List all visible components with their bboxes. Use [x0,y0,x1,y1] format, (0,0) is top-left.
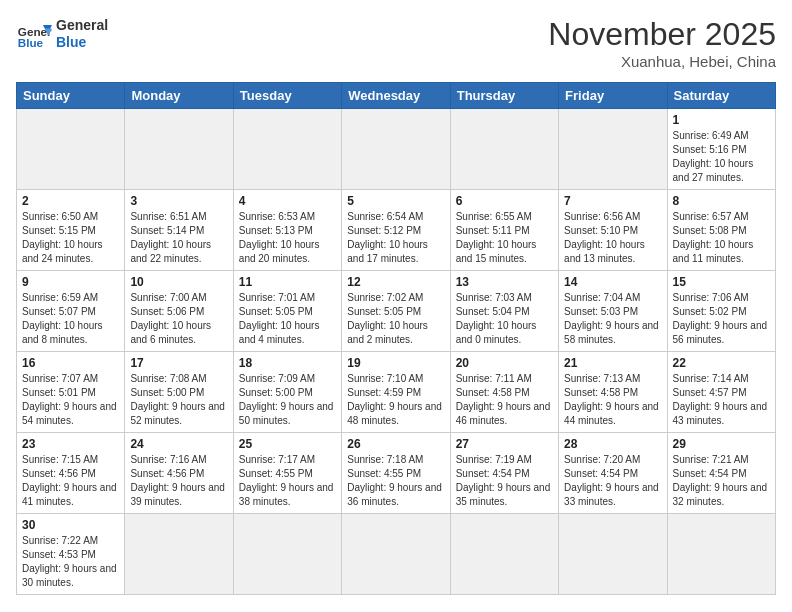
day-number: 1 [673,113,770,127]
day-info: Sunrise: 7:09 AMSunset: 5:00 PMDaylight:… [239,372,336,428]
col-friday: Friday [559,83,667,109]
calendar-cell: 23Sunrise: 7:15 AMSunset: 4:56 PMDayligh… [17,433,125,514]
logo-general-text: General [56,17,108,34]
title-block: November 2025 Xuanhua, Hebei, China [548,16,776,70]
day-number: 26 [347,437,444,451]
day-number: 11 [239,275,336,289]
day-info: Sunrise: 6:50 AMSunset: 5:15 PMDaylight:… [22,210,119,266]
day-info: Sunrise: 7:16 AMSunset: 4:56 PMDaylight:… [130,453,227,509]
calendar-cell: 15Sunrise: 7:06 AMSunset: 5:02 PMDayligh… [667,271,775,352]
day-info: Sunrise: 6:59 AMSunset: 5:07 PMDaylight:… [22,291,119,347]
calendar-row: 23Sunrise: 7:15 AMSunset: 4:56 PMDayligh… [17,433,776,514]
calendar-cell: 9Sunrise: 6:59 AMSunset: 5:07 PMDaylight… [17,271,125,352]
day-info: Sunrise: 6:51 AMSunset: 5:14 PMDaylight:… [130,210,227,266]
day-number: 12 [347,275,444,289]
calendar-cell [450,109,558,190]
calendar-cell: 16Sunrise: 7:07 AMSunset: 5:01 PMDayligh… [17,352,125,433]
day-number: 25 [239,437,336,451]
day-info: Sunrise: 6:53 AMSunset: 5:13 PMDaylight:… [239,210,336,266]
day-info: Sunrise: 6:57 AMSunset: 5:08 PMDaylight:… [673,210,770,266]
col-monday: Monday [125,83,233,109]
day-number: 5 [347,194,444,208]
calendar-cell: 29Sunrise: 7:21 AMSunset: 4:54 PMDayligh… [667,433,775,514]
day-number: 8 [673,194,770,208]
logo: General Blue General Blue [16,16,108,52]
calendar-cell: 5Sunrise: 6:54 AMSunset: 5:12 PMDaylight… [342,190,450,271]
calendar-cell: 21Sunrise: 7:13 AMSunset: 4:58 PMDayligh… [559,352,667,433]
logo-blue-text: Blue [56,34,108,51]
calendar-cell: 25Sunrise: 7:17 AMSunset: 4:55 PMDayligh… [233,433,341,514]
calendar-cell: 14Sunrise: 7:04 AMSunset: 5:03 PMDayligh… [559,271,667,352]
page-header: General Blue General Blue November 2025 … [16,16,776,70]
calendar-cell [125,514,233,595]
day-number: 10 [130,275,227,289]
calendar-cell: 2Sunrise: 6:50 AMSunset: 5:15 PMDaylight… [17,190,125,271]
day-number: 22 [673,356,770,370]
day-info: Sunrise: 7:19 AMSunset: 4:54 PMDaylight:… [456,453,553,509]
calendar-cell: 10Sunrise: 7:00 AMSunset: 5:06 PMDayligh… [125,271,233,352]
calendar-cell [559,109,667,190]
calendar-cell: 24Sunrise: 7:16 AMSunset: 4:56 PMDayligh… [125,433,233,514]
day-info: Sunrise: 7:17 AMSunset: 4:55 PMDaylight:… [239,453,336,509]
day-info: Sunrise: 6:49 AMSunset: 5:16 PMDaylight:… [673,129,770,185]
day-info: Sunrise: 7:15 AMSunset: 4:56 PMDaylight:… [22,453,119,509]
calendar-row: 16Sunrise: 7:07 AMSunset: 5:01 PMDayligh… [17,352,776,433]
calendar-cell: 27Sunrise: 7:19 AMSunset: 4:54 PMDayligh… [450,433,558,514]
day-info: Sunrise: 7:07 AMSunset: 5:01 PMDaylight:… [22,372,119,428]
col-wednesday: Wednesday [342,83,450,109]
day-info: Sunrise: 6:55 AMSunset: 5:11 PMDaylight:… [456,210,553,266]
calendar-cell: 11Sunrise: 7:01 AMSunset: 5:05 PMDayligh… [233,271,341,352]
day-number: 2 [22,194,119,208]
day-number: 24 [130,437,227,451]
day-info: Sunrise: 7:10 AMSunset: 4:59 PMDaylight:… [347,372,444,428]
calendar-cell: 3Sunrise: 6:51 AMSunset: 5:14 PMDaylight… [125,190,233,271]
day-number: 16 [22,356,119,370]
calendar-cell: 22Sunrise: 7:14 AMSunset: 4:57 PMDayligh… [667,352,775,433]
day-number: 27 [456,437,553,451]
calendar-cell: 18Sunrise: 7:09 AMSunset: 5:00 PMDayligh… [233,352,341,433]
col-sunday: Sunday [17,83,125,109]
day-info: Sunrise: 7:01 AMSunset: 5:05 PMDaylight:… [239,291,336,347]
day-info: Sunrise: 7:08 AMSunset: 5:00 PMDaylight:… [130,372,227,428]
day-number: 17 [130,356,227,370]
calendar-row: 1Sunrise: 6:49 AMSunset: 5:16 PMDaylight… [17,109,776,190]
day-number: 18 [239,356,336,370]
calendar-cell [342,514,450,595]
day-info: Sunrise: 7:18 AMSunset: 4:55 PMDaylight:… [347,453,444,509]
calendar-cell: 1Sunrise: 6:49 AMSunset: 5:16 PMDaylight… [667,109,775,190]
calendar-cell [667,514,775,595]
day-info: Sunrise: 7:03 AMSunset: 5:04 PMDaylight:… [456,291,553,347]
calendar-cell [559,514,667,595]
col-thursday: Thursday [450,83,558,109]
day-info: Sunrise: 7:06 AMSunset: 5:02 PMDaylight:… [673,291,770,347]
day-info: Sunrise: 7:14 AMSunset: 4:57 PMDaylight:… [673,372,770,428]
calendar-cell: 26Sunrise: 7:18 AMSunset: 4:55 PMDayligh… [342,433,450,514]
day-number: 9 [22,275,119,289]
day-number: 6 [456,194,553,208]
calendar-cell [125,109,233,190]
day-number: 15 [673,275,770,289]
day-number: 30 [22,518,119,532]
calendar-cell: 7Sunrise: 6:56 AMSunset: 5:10 PMDaylight… [559,190,667,271]
calendar-cell [450,514,558,595]
day-number: 29 [673,437,770,451]
day-info: Sunrise: 7:20 AMSunset: 4:54 PMDaylight:… [564,453,661,509]
col-saturday: Saturday [667,83,775,109]
calendar-cell: 4Sunrise: 6:53 AMSunset: 5:13 PMDaylight… [233,190,341,271]
calendar-cell [17,109,125,190]
day-number: 14 [564,275,661,289]
day-info: Sunrise: 7:04 AMSunset: 5:03 PMDaylight:… [564,291,661,347]
calendar-cell: 12Sunrise: 7:02 AMSunset: 5:05 PMDayligh… [342,271,450,352]
day-number: 28 [564,437,661,451]
month-title: November 2025 [548,16,776,53]
calendar-cell: 17Sunrise: 7:08 AMSunset: 5:00 PMDayligh… [125,352,233,433]
location: Xuanhua, Hebei, China [548,53,776,70]
day-info: Sunrise: 7:02 AMSunset: 5:05 PMDaylight:… [347,291,444,347]
calendar-header-row: Sunday Monday Tuesday Wednesday Thursday… [17,83,776,109]
day-number: 19 [347,356,444,370]
day-info: Sunrise: 6:56 AMSunset: 5:10 PMDaylight:… [564,210,661,266]
calendar-cell: 20Sunrise: 7:11 AMSunset: 4:58 PMDayligh… [450,352,558,433]
day-number: 13 [456,275,553,289]
calendar-cell: 30Sunrise: 7:22 AMSunset: 4:53 PMDayligh… [17,514,125,595]
calendar-cell: 8Sunrise: 6:57 AMSunset: 5:08 PMDaylight… [667,190,775,271]
